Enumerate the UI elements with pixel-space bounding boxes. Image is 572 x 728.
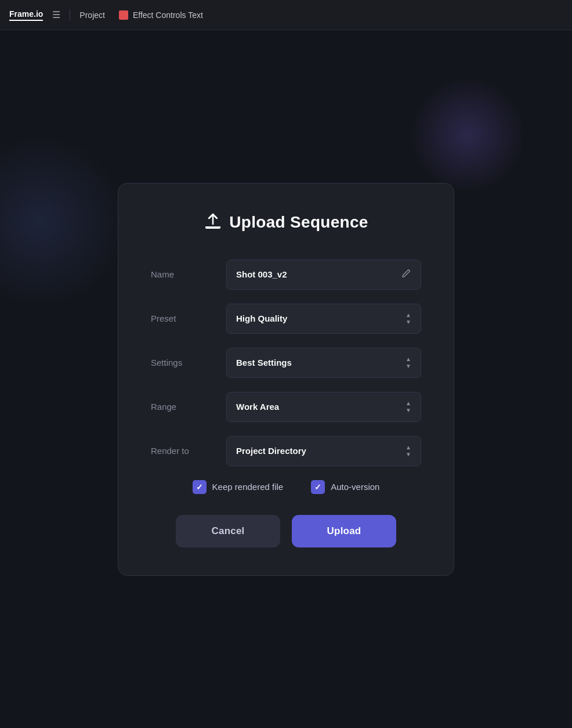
keep-rendered-label: Keep rendered file <box>212 482 284 492</box>
effect-color-box <box>119 10 128 20</box>
auto-version-item: ✓ Auto-version <box>311 480 379 494</box>
effect-controls-label: Effect Controls Text <box>133 10 203 20</box>
preset-select[interactable]: High Quality ▲ ▼ <box>226 304 421 334</box>
auto-version-checkbox[interactable]: ✓ <box>311 480 325 494</box>
cancel-button[interactable]: Cancel <box>176 515 280 547</box>
name-label: Name <box>151 269 226 279</box>
render-to-value: Project Directory <box>236 446 306 456</box>
keep-rendered-checkbox[interactable]: ✓ <box>193 480 207 494</box>
render-to-spinner-icon: ▲ ▼ <box>406 445 411 457</box>
settings-label: Settings <box>151 358 226 367</box>
app-name: Frame.io <box>9 9 43 21</box>
dialog-title: Upload Sequence <box>229 213 368 232</box>
title-bar: Frame.io ☰ Project Effect Controls Text <box>0 0 572 30</box>
buttons-row: Cancel Upload <box>151 515 421 547</box>
range-label: Range <box>151 402 226 412</box>
effect-section: Effect Controls Text <box>119 10 203 20</box>
name-input[interactable]: Shot 003_v2 <box>226 260 421 290</box>
keep-rendered-check-icon: ✓ <box>196 482 203 492</box>
glow-right <box>410 77 526 193</box>
edit-icon <box>401 268 411 281</box>
title-bar-divider <box>70 9 70 21</box>
main-content: Upload Sequence Name Shot 003_v2 Preset <box>0 30 572 728</box>
glow-left <box>0 135 128 309</box>
preset-spinner-icon: ▲ ▼ <box>406 312 411 325</box>
upload-button[interactable]: Upload <box>292 515 396 547</box>
upload-icon <box>204 211 222 234</box>
settings-value: Best Settings <box>236 358 292 367</box>
range-select[interactable]: Work Area ▲ ▼ <box>226 392 421 422</box>
menu-icon[interactable]: ☰ <box>52 9 60 20</box>
settings-spinner-icon: ▲ ▼ <box>406 356 411 369</box>
preset-label: Preset <box>151 313 226 323</box>
dialog-title-row: Upload Sequence <box>151 211 421 234</box>
range-spinner-icon: ▲ ▼ <box>406 401 411 413</box>
render-to-select[interactable]: Project Directory ▲ ▼ <box>226 436 421 466</box>
keep-rendered-item: ✓ Keep rendered file <box>193 480 284 494</box>
auto-version-label: Auto-version <box>331 482 379 492</box>
preset-value: High Quality <box>236 313 287 323</box>
name-row: Name Shot 003_v2 <box>151 260 421 290</box>
range-value: Work Area <box>236 402 279 412</box>
checkboxes-row: ✓ Keep rendered file ✓ Auto-version <box>151 480 421 494</box>
render-to-label: Render to <box>151 446 226 456</box>
form-fields: Name Shot 003_v2 Preset High Quality <box>151 260 421 466</box>
project-label[interactable]: Project <box>79 10 105 20</box>
settings-select[interactable]: Best Settings ▲ ▼ <box>226 348 421 378</box>
range-row: Range Work Area ▲ ▼ <box>151 392 421 422</box>
render-to-row: Render to Project Directory ▲ ▼ <box>151 436 421 466</box>
upload-dialog: Upload Sequence Name Shot 003_v2 Preset <box>118 183 454 576</box>
preset-row: Preset High Quality ▲ ▼ <box>151 304 421 334</box>
auto-version-check-icon: ✓ <box>314 482 321 492</box>
settings-row: Settings Best Settings ▲ ▼ <box>151 348 421 378</box>
name-value: Shot 003_v2 <box>236 269 287 279</box>
